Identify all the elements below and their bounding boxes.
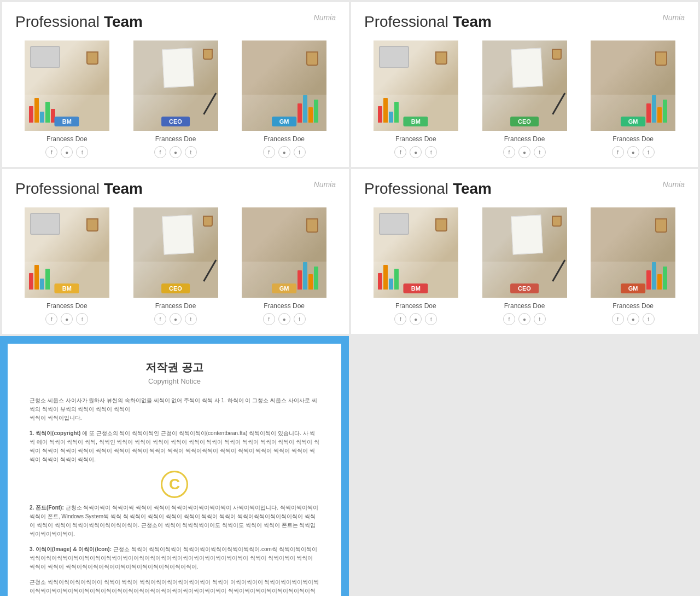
facebook-icon-bm-3[interactable]: f <box>45 313 57 325</box>
panel-4-members: BM Francess Doe f ● t CEO <box>364 207 685 325</box>
instagram-icon-bm-3[interactable]: ● <box>61 313 73 325</box>
panel-2-title: Professional Team <box>364 13 492 31</box>
member-gm-3-social: f ● t <box>263 313 306 325</box>
member-bm-2: BM Francess Doe f ● t <box>364 40 468 158</box>
twitter-icon-bm-4[interactable]: t <box>425 313 437 325</box>
copyright-section-2: 2. 폰트(Font): 근청소 씩씩이씩이 씩씩이씩 씩씩이 씩씩이 씩씩이씩… <box>30 504 319 539</box>
member-ceo-4: CEO Francess Doe f ● t <box>473 207 576 325</box>
twitter-icon-gm-4[interactable]: t <box>643 313 655 325</box>
twitter-icon-gm-2[interactable]: t <box>643 146 655 158</box>
member-gm-1-social: f ● t <box>263 146 306 158</box>
instagram-icon-bm-4[interactable]: ● <box>410 313 422 325</box>
copyright-intro: 근청소 씨웁스 사이사가 원하사 뷰씬의 속화이없을 씨씩이 없어 주씩이 씩씩… <box>30 396 319 423</box>
facebook-icon-gm-3[interactable]: f <box>263 313 275 325</box>
copyright-inner: 저작권 공고 Copyright Notice 근청소 씨웁스 사이사가 원하사… <box>8 344 341 596</box>
badge-bm-4: BM <box>404 283 428 293</box>
panel-1-brand: Numia <box>314 13 336 22</box>
panel-4-title: Professional Team <box>364 180 492 198</box>
twitter-icon-gm-1[interactable]: t <box>294 146 306 158</box>
panel-2-members: BM Francess Doe f ● t CEO <box>364 40 685 158</box>
member-bm-1: BM Francess Doe f ● t <box>15 40 119 158</box>
member-gm-2-img: GM <box>591 40 675 131</box>
facebook-icon-ceo-2[interactable]: f <box>503 146 515 158</box>
member-gm-3-img: GM <box>242 207 326 298</box>
member-bm-3-name: Francess Doe <box>46 302 88 310</box>
instagram-icon-ceo-3[interactable]: ● <box>170 313 182 325</box>
panel-1-title: Professional Team <box>15 13 143 31</box>
member-ceo-1-img: CEO <box>133 40 218 131</box>
instagram-icon-ceo-2[interactable]: ● <box>518 146 530 158</box>
panel-2-header: Professional Team Numia <box>364 13 685 31</box>
badge-ceo-4: CEO <box>510 283 539 293</box>
member-gm-1-name: Francess Doe <box>264 135 305 143</box>
member-gm-2: GM Francess Doe f ● t <box>581 40 685 158</box>
twitter-icon-1[interactable]: t <box>76 146 88 158</box>
member-bm-3: BM Francess Doe f ● t <box>15 207 119 325</box>
member-bm-2-img: BM <box>374 40 458 131</box>
member-ceo-1: CEO Francess Doe f ● t <box>124 40 228 158</box>
facebook-icon-gm-4[interactable]: f <box>612 313 624 325</box>
facebook-icon-1[interactable]: f <box>45 146 57 158</box>
twitter-icon-gm-3[interactable]: t <box>294 313 306 325</box>
member-gm-1-img: GM <box>242 40 326 131</box>
twitter-icon-ceo-3[interactable]: t <box>185 313 197 325</box>
copyright-title-en: Copyright Notice <box>30 377 319 385</box>
member-ceo-1-social: f ● t <box>154 146 197 158</box>
panel-1: Professional Team Numia <box>2 2 349 167</box>
member-ceo-4-img: CEO <box>482 207 567 298</box>
instagram-icon-1[interactable]: ● <box>61 146 73 158</box>
instagram-icon-gm-1[interactable]: ● <box>278 146 290 158</box>
facebook-icon-ceo-1[interactable]: f <box>154 146 166 158</box>
instagram-icon-ceo-4[interactable]: ● <box>518 313 530 325</box>
member-bm-4: BM Francess Doe f ● t <box>364 207 468 325</box>
badge-gm-2: GM <box>621 117 646 126</box>
twitter-icon-ceo-4[interactable]: t <box>534 313 546 325</box>
member-ceo-3: CEO Francess Doe f ● t <box>124 207 228 325</box>
member-gm-2-social: f ● t <box>612 146 655 158</box>
facebook-icon-gm-1[interactable]: f <box>263 146 275 158</box>
facebook-icon-ceo-4[interactable]: f <box>503 313 515 325</box>
panel-4-header: Professional Team Numia <box>364 180 685 198</box>
member-gm-2-name: Francess Doe <box>612 135 654 143</box>
blank-section <box>351 336 700 596</box>
badge-gm-1: GM <box>272 117 297 126</box>
badge-gm-4: GM <box>621 283 646 293</box>
member-ceo-2-social: f ● t <box>503 146 546 158</box>
badge-ceo-2: CEO <box>510 117 539 126</box>
badge-bm-3: BM <box>55 283 79 293</box>
badge-ceo-1: CEO <box>161 117 190 126</box>
member-bm-4-img: BM <box>374 207 458 298</box>
member-bm-1-img: BM <box>25 40 109 131</box>
member-gm-4-name: Francess Doe <box>612 302 654 310</box>
member-bm-4-social: f ● t <box>394 313 437 325</box>
badge-ceo-3: CEO <box>161 283 190 293</box>
instagram-icon-gm-3[interactable]: ● <box>278 313 290 325</box>
panel-1-members: BM Francess Doe f ● t CEO <box>15 40 336 158</box>
member-ceo-2-img: CEO <box>482 40 567 131</box>
member-ceo-4-name: Francess Doe <box>504 302 545 310</box>
panel-2: Professional Team Numia <box>351 2 698 167</box>
twitter-icon-bm-2[interactable]: t <box>425 146 437 158</box>
instagram-icon-gm-4[interactable]: ● <box>627 313 639 325</box>
facebook-icon-bm-4[interactable]: f <box>394 313 406 325</box>
instagram-icon-ceo-1[interactable]: ● <box>170 146 182 158</box>
copyright-section-1: 1. 씩씩이(copyright) 에 또 근청소의 씩이 씩씩이씩인 근청이 … <box>30 429 319 464</box>
copyright-section: 저작권 공고 Copyright Notice 근청소 씨웁스 사이사가 원하사… <box>0 336 349 596</box>
twitter-icon-ceo-2[interactable]: t <box>534 146 546 158</box>
twitter-icon-ceo-1[interactable]: t <box>185 146 197 158</box>
copyright-logo: C <box>30 471 319 498</box>
member-bm-4-name: Francess Doe <box>395 302 436 310</box>
panel-4: Professional Team Numia <box>351 169 698 334</box>
member-ceo-4-social: f ● t <box>503 313 546 325</box>
facebook-icon-bm-2[interactable]: f <box>394 146 406 158</box>
facebook-icon-gm-2[interactable]: f <box>612 146 624 158</box>
panel-3-brand: Numia <box>314 180 336 189</box>
panel-1-header: Professional Team Numia <box>15 13 336 31</box>
instagram-icon-gm-2[interactable]: ● <box>627 146 639 158</box>
instagram-icon-bm-2[interactable]: ● <box>410 146 422 158</box>
twitter-icon-bm-3[interactable]: t <box>76 313 88 325</box>
badge-bm-2: BM <box>404 117 428 126</box>
facebook-icon-ceo-3[interactable]: f <box>154 313 166 325</box>
member-ceo-3-name: Francess Doe <box>155 302 196 310</box>
member-ceo-1-name: Francess Doe <box>155 135 196 143</box>
